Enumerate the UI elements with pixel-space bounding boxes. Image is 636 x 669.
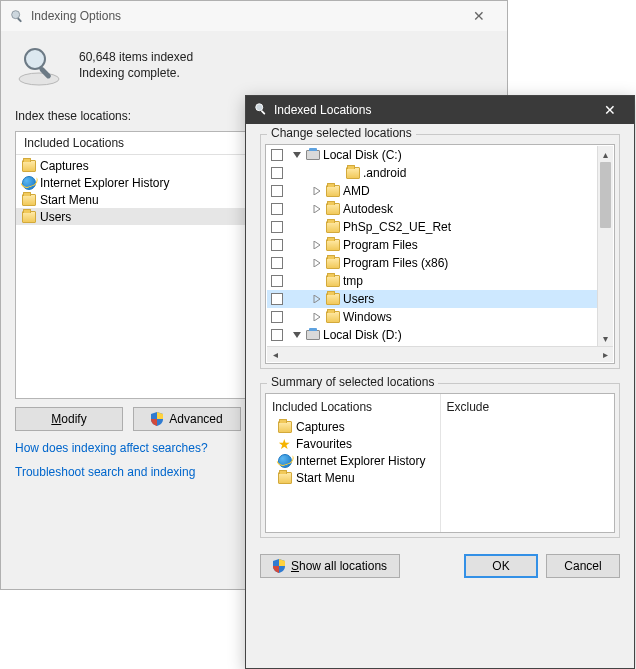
change-locations-group: Change selected locations Local Disk (C:… — [260, 134, 620, 369]
indexed-locations-icon — [254, 102, 268, 119]
list-item-label: Users — [40, 210, 71, 224]
list-item[interactable]: ★Favourites — [272, 435, 434, 452]
checkbox[interactable] — [271, 239, 283, 251]
tree-row-label: Local Disk (C:) — [323, 148, 402, 162]
troubleshoot-link[interactable]: Troubleshoot search and indexing — [15, 465, 195, 479]
scroll-down-icon[interactable]: ▾ — [598, 330, 613, 346]
tree-row-label: Program Files (x86) — [343, 256, 448, 270]
checkbox[interactable] — [271, 203, 283, 215]
tree-row[interactable]: Program Files — [267, 236, 597, 254]
indexed-locations-dialog: Indexed Locations ✕ Change selected loca… — [245, 95, 635, 669]
list-item-label: Favourites — [296, 437, 352, 451]
expander-spacer — [331, 167, 343, 179]
svg-point-0 — [12, 11, 20, 19]
chevron-right-icon[interactable] — [311, 257, 323, 269]
tree-row-label: PhSp_CS2_UE_Ret — [343, 220, 451, 234]
folder-icon — [326, 203, 340, 215]
close-button[interactable]: ✕ — [459, 8, 499, 24]
scroll-right-icon[interactable]: ▸ — [597, 347, 613, 362]
checkbox[interactable] — [271, 275, 283, 287]
show-all-locations-button[interactable]: Show all locations — [260, 554, 400, 578]
list-item-label: Start Menu — [296, 471, 355, 485]
tree-row[interactable]: Program Files (x86) — [267, 254, 597, 272]
folder-icon — [326, 293, 340, 305]
ok-button[interactable]: OK — [464, 554, 538, 578]
tree-row[interactable]: PhSp_CS2_UE_Ret — [267, 218, 597, 236]
tree-row[interactable]: tmp — [267, 272, 597, 290]
scroll-left-icon[interactable]: ◂ — [267, 347, 283, 362]
scroll-up-icon[interactable]: ▴ — [598, 146, 613, 162]
chevron-right-icon[interactable] — [311, 293, 323, 305]
list-item[interactable]: Start Menu — [272, 469, 434, 486]
scroll-thumb[interactable] — [600, 162, 611, 228]
tree-row-label: tmp — [343, 274, 363, 288]
expander-spacer — [311, 221, 323, 233]
items-indexed-label: 60,648 items indexed — [79, 50, 193, 64]
folder-icon — [326, 221, 340, 233]
close-button[interactable]: ✕ — [590, 96, 630, 124]
list-item-label: Captures — [40, 159, 89, 173]
indexing-options-title: Indexing Options — [31, 9, 459, 23]
indexed-locations-titlebar: Indexed Locations ✕ — [246, 96, 634, 124]
checkbox[interactable] — [271, 293, 283, 305]
checkbox[interactable] — [271, 149, 283, 161]
tree-row[interactable]: AMD — [267, 182, 597, 200]
indexing-status: 60,648 items indexed Indexing complete. — [79, 48, 193, 82]
included-header: Included Locations — [272, 398, 434, 418]
svg-rect-1 — [17, 17, 22, 22]
horizontal-scrollbar[interactable]: ◂ ▸ — [267, 346, 613, 362]
checkbox[interactable] — [271, 221, 283, 233]
modify-button[interactable]: Modify — [15, 407, 123, 431]
list-item-label: Internet Explorer History — [296, 454, 425, 468]
list-item[interactable]: Internet Explorer History — [272, 452, 434, 469]
checkbox[interactable] — [271, 329, 283, 341]
magnifier-icon — [15, 41, 63, 89]
chevron-right-icon[interactable] — [311, 311, 323, 323]
exclude-header: Exclude — [447, 398, 609, 418]
tree-row[interactable]: Windows — [267, 308, 597, 326]
tree-row-label: AMD — [343, 184, 370, 198]
checkbox[interactable] — [271, 185, 283, 197]
tree-row[interactable]: Users — [267, 290, 597, 308]
chevron-right-icon[interactable] — [311, 203, 323, 215]
cancel-button[interactable]: Cancel — [546, 554, 620, 578]
folder-icon — [278, 472, 292, 484]
folder-icon — [326, 311, 340, 323]
tree-row-label: Local Disk (D:) — [323, 328, 402, 342]
disk-icon — [306, 150, 320, 160]
folder-icon — [346, 167, 360, 179]
disk-icon — [306, 330, 320, 340]
location-tree[interactable]: Local Disk (C:).androidAMDAutodeskPhSp_C… — [265, 144, 615, 364]
folder-icon — [326, 239, 340, 251]
vertical-scrollbar[interactable]: ▴ ▾ — [597, 146, 613, 346]
tree-row-label: Windows — [343, 310, 392, 324]
indexing-options-icon — [9, 8, 25, 24]
tree-row[interactable]: Local Disk (C:) — [267, 146, 597, 164]
tree-row[interactable]: Local Disk (D:) — [267, 326, 597, 344]
summary-table: Included Locations Captures★FavouritesIn… — [265, 393, 615, 533]
advanced-button[interactable]: Advanced — [133, 407, 241, 431]
svg-rect-6 — [261, 109, 266, 114]
folder-icon — [326, 185, 340, 197]
folder-icon — [326, 257, 340, 269]
shield-icon — [151, 412, 163, 426]
checkbox[interactable] — [271, 311, 283, 323]
checkbox[interactable] — [271, 257, 283, 269]
list-item[interactable]: Captures — [272, 418, 434, 435]
ie-icon — [278, 454, 292, 468]
chevron-down-icon[interactable] — [291, 149, 303, 161]
folder-icon — [326, 275, 340, 287]
expander-spacer — [311, 275, 323, 287]
how-does-indexing-link[interactable]: How does indexing affect searches? — [15, 441, 208, 455]
chevron-right-icon[interactable] — [311, 239, 323, 251]
chevron-right-icon[interactable] — [311, 185, 323, 197]
shield-icon — [273, 559, 285, 573]
svg-point-5 — [256, 103, 263, 110]
folder-icon — [22, 211, 36, 223]
svg-point-3 — [25, 49, 45, 69]
tree-row[interactable]: Autodesk — [267, 200, 597, 218]
chevron-down-icon[interactable] — [291, 329, 303, 341]
tree-row[interactable]: .android — [267, 164, 597, 182]
list-item-label: Captures — [296, 420, 345, 434]
checkbox[interactable] — [271, 167, 283, 179]
